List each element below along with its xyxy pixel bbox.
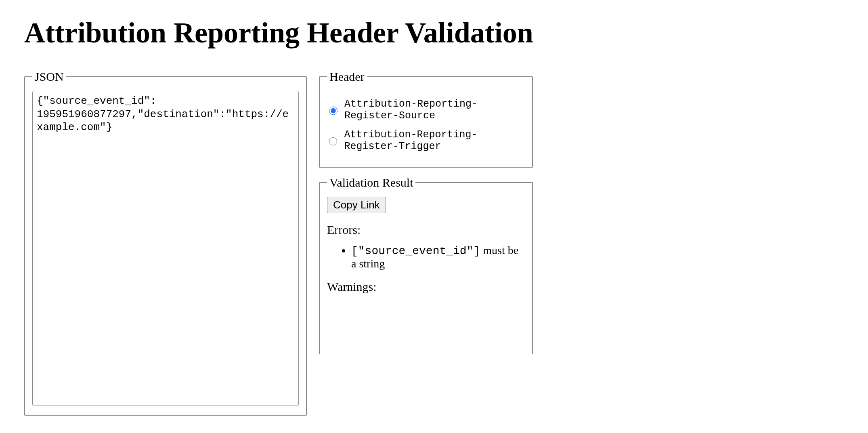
result-legend: Validation Result — [327, 176, 415, 189]
result-fieldset: Validation Result Copy Link Errors: ["so… — [319, 176, 533, 354]
header-fieldset: Header Attribution-Reporting-Register-So… — [319, 70, 533, 168]
header-option-trigger[interactable]: Attribution-Reporting-Register-Trigger — [327, 129, 525, 152]
error-path: ["source_event_id"] — [351, 245, 480, 257]
json-fieldset: JSON — [24, 70, 307, 416]
header-radio-trigger[interactable] — [329, 136, 337, 147]
page-title: Attribution Reporting Header Validation — [24, 16, 844, 50]
header-option-source-label: Attribution-Reporting-Register-Source — [344, 98, 525, 122]
json-legend: JSON — [32, 70, 66, 84]
warnings-heading: Warnings: — [327, 280, 525, 294]
error-item: ["source_event_id"] must be a string — [351, 244, 525, 270]
copy-link-button[interactable]: Copy Link — [327, 197, 386, 213]
errors-heading: Errors: — [327, 223, 525, 237]
header-option-trigger-label: Attribution-Reporting-Register-Trigger — [344, 129, 525, 152]
header-legend: Header — [327, 70, 367, 84]
errors-list: ["source_event_id"] must be a string — [327, 244, 525, 270]
header-radio-source[interactable] — [329, 105, 338, 116]
header-option-source[interactable]: Attribution-Reporting-Register-Source — [327, 98, 525, 122]
json-input[interactable] — [32, 91, 299, 406]
